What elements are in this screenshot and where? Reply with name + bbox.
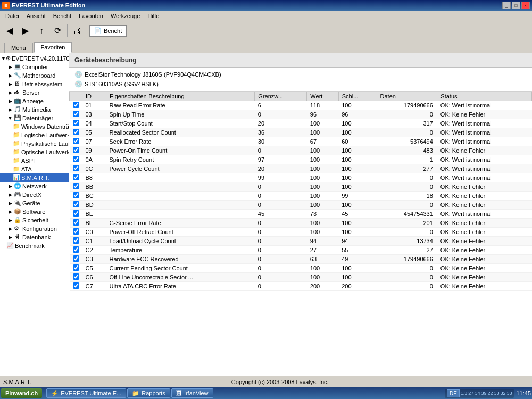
menu-werkzeuge[interactable]: Werkzeuge — [107, 12, 143, 20]
maximize-button[interactable]: □ — [512, 2, 520, 9]
row-data: 13734 — [377, 237, 437, 246]
row-value: 73 — [307, 210, 338, 219]
taskbar-icon-irfanview: 🖼 — [176, 390, 182, 396]
row-checkbox[interactable] — [70, 182, 82, 192]
row-checkbox[interactable] — [70, 155, 82, 164]
sidebar-item-physikalische[interactable]: 📁 Physikalische Laufw… — [0, 139, 69, 148]
row-checkbox[interactable] — [70, 128, 82, 137]
row-desc: Raw Read Error Rate — [106, 101, 254, 110]
sidebar-item-benchmark[interactable]: 📈 Benchmark — [0, 242, 69, 250]
row-checkbox[interactable] — [70, 282, 82, 291]
sidebar-label-geraete: Geräte — [22, 200, 40, 206]
sidebar-item-multimedia[interactable]: ▶ 🎵 Multimedia — [0, 105, 69, 114]
row-status: OK: Keine Fehler — [437, 273, 532, 282]
row-status: OK: Keine Fehler — [437, 110, 532, 119]
row-value: 100 — [307, 146, 338, 155]
menu-datei[interactable]: Datei — [2, 12, 22, 20]
row-checkbox[interactable] — [70, 164, 82, 173]
row-data: 0 — [377, 228, 437, 237]
close-button[interactable]: × — [521, 2, 530, 9]
row-checkbox[interactable] — [70, 173, 82, 182]
sidebar-item-optische[interactable]: 📁 Optische Laufwerke — [0, 148, 69, 156]
sidebar-item-ata[interactable]: 📁 ATA — [0, 165, 69, 173]
menu-bericht[interactable]: Bericht — [50, 12, 74, 20]
start-button[interactable]: Pinwand.ch — [1, 388, 42, 398]
row-checkbox[interactable] — [70, 273, 82, 282]
tab-menu[interactable]: Menü — [4, 43, 33, 53]
row-desc: Current Pending Sector Count — [106, 264, 254, 273]
sidebar-item-konfiguration[interactable]: ▶ ⚙ Konfiguration — [0, 225, 69, 233]
row-threshold: 0 — [255, 273, 307, 282]
row-checkbox[interactable] — [70, 110, 82, 119]
forward-button[interactable]: ▶ — [18, 23, 33, 38]
row-checkbox[interactable] — [70, 237, 82, 246]
row-checkbox[interactable] — [70, 255, 82, 264]
taskbar-item-irfanview[interactable]: 🖼 IrfanView — [171, 388, 213, 398]
row-threshold: 0 — [255, 201, 307, 210]
row-checkbox[interactable] — [70, 137, 82, 146]
sidebar-item-logische[interactable]: 📁 Logische Laufwerke — [0, 131, 69, 139]
sidebar-item-aspi[interactable]: 📁 ASPI — [0, 156, 69, 165]
sidebar-label-betriebssystem: Betriebssystem — [22, 81, 62, 87]
taskbar-item-everest[interactable]: ⚡ EVEREST Ultimate E... — [46, 388, 126, 398]
minimize-button[interactable]: _ — [502, 2, 511, 9]
row-checkbox[interactable] — [70, 228, 82, 237]
row-threshold: 45 — [255, 210, 307, 219]
row-checkbox[interactable] — [70, 246, 82, 255]
sidebar-item-directx[interactable]: ▶ 🎮 DirectX — [0, 190, 69, 199]
row-value: 100 — [307, 164, 338, 173]
menu-hilfe[interactable]: Hilfe — [144, 12, 162, 20]
tray-num-6: 33 — [494, 390, 499, 396]
sidebar-item-netzwerk[interactable]: ▶ 🌐 Netzwerk — [0, 182, 69, 190]
tab-favoriten[interactable]: Favoriten — [34, 42, 72, 53]
row-value: 100 — [307, 273, 338, 282]
footer-copyright: Copyright (c) 2003-2008 Lavalys, Inc. — [31, 379, 529, 385]
expand-icon: ▼ — [1, 55, 6, 62]
expand-icon: ▶ — [6, 97, 14, 105]
taskbar-item-rapports[interactable]: 📁 Rapports — [127, 388, 170, 398]
row-checkbox[interactable] — [70, 192, 82, 201]
row-value: 100 — [307, 264, 338, 273]
row-worst: 100 — [338, 201, 377, 210]
sidebar-item-datenbank[interactable]: ▶ 🗄 Datenbank — [0, 233, 69, 242]
sidebar-item-smart[interactable]: 📊 S.M.A.R.T. — [0, 173, 69, 182]
row-checkbox[interactable] — [70, 201, 82, 210]
sidebar-item-sicherheit[interactable]: ▶ 🔒 Sicherheit — [0, 216, 69, 225]
row-worst: 45 — [338, 210, 377, 219]
sidebar-item-software[interactable]: ▶ 📦 Software — [0, 207, 69, 216]
table-row: 04 Start/Stop Count 20 100 100 317 OK: W… — [70, 119, 532, 128]
up-button[interactable]: ↑ — [34, 23, 49, 38]
sidebar-item-datentreager[interactable]: ▼ 💾 Datenträger — [0, 114, 69, 122]
sidebar-item-server[interactable]: ▶ 🖧 Server — [0, 88, 69, 97]
row-status: OK: Wert ist normal — [437, 155, 532, 164]
back-button[interactable]: ◀ — [2, 23, 17, 38]
row-checkbox[interactable] — [70, 146, 82, 155]
row-checkbox[interactable] — [70, 119, 82, 128]
row-worst: 49 — [338, 255, 377, 264]
row-status: OK: Keine Fehler — [437, 255, 532, 264]
menu-ansicht[interactable]: Ansicht — [23, 12, 49, 20]
sidebar-item-betriebssystem[interactable]: ▶ 🖥 Betriebssystem — [0, 80, 69, 88]
table-row: C5 Current Pending Sector Count 0 100 10… — [70, 264, 532, 273]
row-checkbox[interactable] — [70, 101, 82, 110]
section-title: Gerätebeschreibung — [74, 56, 137, 64]
status-text: S.M.A.R.T. — [3, 379, 31, 385]
row-checkbox[interactable] — [70, 264, 82, 273]
row-checkbox[interactable] — [70, 219, 82, 228]
sidebar-item-anzeige[interactable]: ▶ 📺 Anzeige — [0, 97, 69, 105]
refresh-button[interactable]: ⟳ — [50, 23, 65, 38]
sidebar-item-computer[interactable]: ▶ 💻 Computer — [0, 63, 69, 71]
sidebar-label-datenbank: Datenbank — [22, 234, 51, 240]
sidebar-item-motherboard[interactable]: ▶ 🔧 Motherboard — [0, 71, 69, 80]
table-row: C2 Temperature 0 27 55 27 OK: Keine Fehl… — [70, 246, 532, 255]
print-button[interactable]: 🖨 — [70, 23, 85, 38]
sidebar-item-everest[interactable]: ▼ ⊛ EVEREST v4.20.1170 — [0, 54, 69, 63]
sidebar-item-windows-dat[interactable]: 📁 Windows Datenträger — [0, 122, 69, 131]
col-id: ID — [82, 92, 106, 101]
expand-icon: ▶ — [6, 217, 14, 224]
row-checkbox[interactable] — [70, 210, 82, 219]
row-data: 0 — [377, 173, 437, 182]
menu-favoriten[interactable]: Favoriten — [76, 12, 106, 20]
sidebar-item-geraete[interactable]: ▶ 🔌 Geräte — [0, 199, 69, 207]
table-row: 03 Spin Up Time 0 96 96 0 OK: Keine Fehl… — [70, 110, 532, 119]
